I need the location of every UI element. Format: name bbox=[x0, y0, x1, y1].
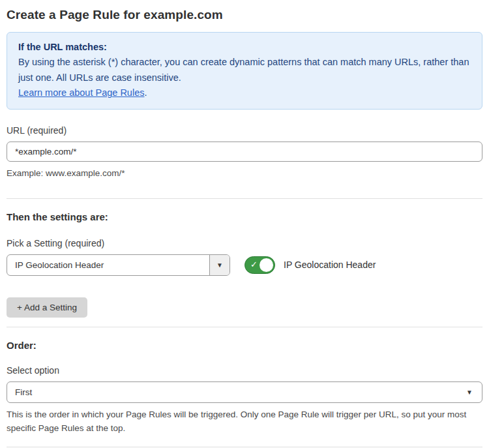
chevron-down-icon: ▼ bbox=[216, 261, 223, 269]
order-select[interactable]: First ▼ bbox=[7, 381, 482, 403]
link-suffix: . bbox=[144, 87, 147, 98]
setting-select-arrow-button[interactable]: ▼ bbox=[209, 255, 230, 275]
setting-toggle[interactable]: ✓ bbox=[244, 256, 275, 274]
order-select-label: Select option bbox=[7, 365, 482, 376]
divider bbox=[7, 198, 482, 199]
url-input[interactable] bbox=[7, 142, 482, 162]
order-section-heading: Order: bbox=[7, 340, 482, 351]
learn-more-link[interactable]: Learn more about Page Rules bbox=[18, 87, 144, 98]
url-match-info-box: If the URL matches: By using the asteris… bbox=[7, 32, 482, 110]
info-box-heading: If the URL matches: bbox=[18, 40, 471, 55]
divider bbox=[7, 447, 482, 447]
page-title: Create a Page Rule for example.com bbox=[7, 0, 482, 22]
order-helper-text: This is the order in which your Page Rul… bbox=[7, 408, 482, 436]
toggle-label: IP Geolocation Header bbox=[284, 260, 376, 270]
info-box-link-line: Learn more about Page Rules. bbox=[18, 85, 471, 100]
setting-row: IP Geolocation Header ▼ ✓ IP Geolocation… bbox=[7, 254, 482, 276]
chevron-down-icon: ▼ bbox=[466, 389, 473, 396]
check-icon: ✓ bbox=[250, 260, 258, 269]
setting-select-value: IP Geolocation Header bbox=[7, 255, 209, 275]
setting-select[interactable]: IP Geolocation Header ▼ bbox=[7, 254, 230, 276]
pick-setting-label: Pick a Setting (required) bbox=[7, 238, 482, 248]
order-select-value: First bbox=[15, 387, 32, 397]
info-box-body: By using the asterisk (*) character, you… bbox=[18, 55, 471, 85]
toggle-knob bbox=[259, 258, 273, 272]
add-setting-button[interactable]: + Add a Setting bbox=[7, 297, 87, 318]
divider bbox=[7, 327, 482, 327]
url-helper-text: Example: www.example.com/* bbox=[7, 166, 482, 181]
settings-section-heading: Then the settings are: bbox=[7, 211, 482, 222]
page-rule-form: Create a Page Rule for example.com If th… bbox=[0, 0, 489, 448]
url-label: URL (required) bbox=[7, 125, 482, 136]
